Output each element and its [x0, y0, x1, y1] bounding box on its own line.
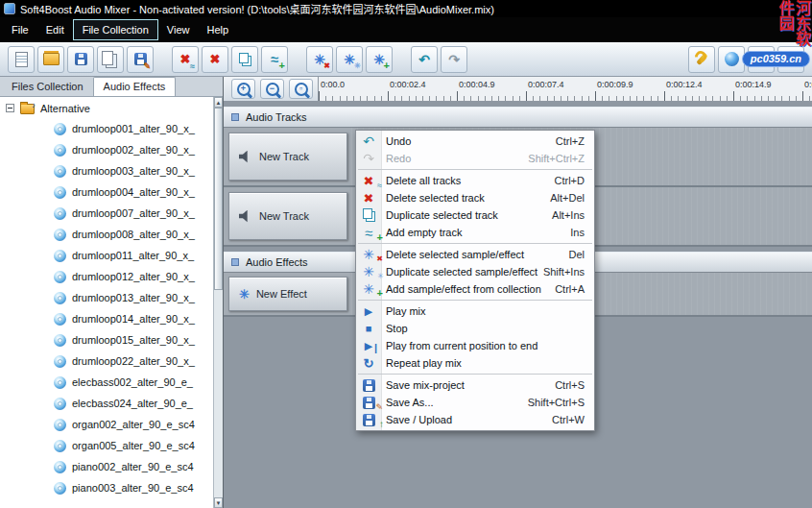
menu-item[interactable]: Play from current position to end [356, 337, 594, 354]
new-track-label: New Track [259, 210, 309, 222]
menu-item[interactable]: Play mix [356, 302, 594, 320]
file-item[interactable]: organ002_alter_90_e_sc4 [0, 414, 213, 435]
save-as-icon [356, 397, 381, 409]
audio-device-icon [723, 51, 740, 68]
redo-icon [445, 51, 463, 68]
menu-item[interactable]: Edit [37, 20, 73, 39]
time-label: 0:00.0 [319, 77, 388, 101]
menu-item[interactable]: Save / Upload Ctrl+W [356, 411, 594, 428]
audio-file-icon [54, 419, 66, 431]
file-item[interactable]: piano002_alter_90_e_sc4 [0, 456, 213, 477]
toolbar-button[interactable] [127, 46, 154, 73]
menu-item[interactable]: Delete selected sample/effect Del [356, 246, 594, 263]
toolbar-button[interactable] [231, 46, 258, 73]
menu-item-shortcut: Ctrl+Z [556, 135, 594, 147]
scrollbar-thumb[interactable] [214, 108, 223, 290]
menu-item[interactable]: Delete selected track Alt+Del [356, 189, 594, 206]
audio-file-icon [54, 207, 66, 220]
about-icon [782, 51, 800, 68]
menu-item[interactable]: Save mix-project Ctrl+S [356, 376, 594, 394]
file-name: drumloop013_alter_90_x_ [72, 292, 195, 303]
toolbar-button[interactable] [336, 46, 363, 73]
scroll-down-icon[interactable]: ▼ [214, 497, 223, 508]
file-item[interactable]: drumloop003_alter_90_x_ [0, 160, 213, 181]
file-item[interactable]: drumloop007_alter_90_x_ [0, 203, 213, 224]
new-effect-button[interactable]: ✳ New Effect [228, 277, 347, 311]
file-item[interactable]: drumloop011_alter_90_x_ [0, 245, 213, 266]
file-item[interactable]: elecbass002_alter_90_e_ [0, 372, 213, 393]
file-item[interactable]: drumloop004_alter_90_x_ [0, 181, 213, 203]
undo-icon [416, 51, 433, 68]
duplicate-selected-track-icon [236, 51, 253, 68]
file-item[interactable]: drumloop001_alter_90_x_ [0, 118, 213, 139]
file-item[interactable]: organ005_alter_90_e_sc4 [0, 435, 213, 456]
toolbar-button[interactable] [441, 46, 467, 73]
toolbar-button[interactable] [172, 46, 199, 73]
zoom-button[interactable] [260, 79, 284, 99]
menu-item[interactable]: File Collection [73, 19, 158, 40]
menu-item[interactable]: Save As... Shift+Ctrl+S [356, 394, 594, 411]
tree-root-row[interactable]: Alternative [0, 97, 213, 118]
file-item[interactable]: drumloop002_alter_90_x_ [0, 139, 213, 160]
file-item[interactable]: drumloop014_alter_90_x_ [0, 308, 213, 329]
toolbar-button[interactable] [202, 46, 228, 73]
menu-item[interactable]: Help [198, 20, 237, 39]
toolbar-button[interactable] [777, 46, 804, 73]
menu-item[interactable]: Redo Shift+Ctrl+Z [356, 150, 594, 167]
open-mix-icon [42, 51, 60, 68]
app-window: Soft4Boost Audio Mixer - Non-activated v… [0, 0, 812, 508]
save-upload-icon [356, 414, 381, 426]
new-track-button[interactable]: New Track [228, 133, 347, 181]
timeline-ruler[interactable]: 0:00.00:00:02.40:00:04.90:00:07.40:00:09… [318, 77, 812, 101]
menu-item[interactable]: Repeat play mix [356, 354, 594, 372]
zoom-button[interactable] [231, 79, 255, 99]
toolbar-button[interactable] [8, 46, 35, 73]
file-item[interactable]: drumloop015_alter_90_x_ [0, 329, 213, 351]
toolbar-button[interactable] [411, 46, 438, 73]
tab-audio-effects[interactable]: Audio Effects [93, 77, 177, 96]
menu-item[interactable]: Add sample/effect from collection Ctrl+A [356, 280, 594, 298]
menu-item-shortcut: Ctrl+S [555, 379, 594, 391]
delete-selected-track-icon [206, 51, 224, 68]
file-item[interactable]: drumloop022_alter_90_x_ [0, 351, 213, 372]
toolbar-button[interactable] [67, 46, 94, 73]
menu-item-shortcut: Ctrl+W [552, 414, 594, 425]
menu-item[interactable]: View [158, 20, 199, 39]
toolbar-button[interactable] [366, 46, 393, 73]
scroll-up-icon[interactable]: ▲ [214, 97, 223, 108]
context-menu: Undo Ctrl+Z Redo Shift+Ctrl+Z Delete all… [355, 130, 595, 431]
menu-item[interactable]: Add empty track Ins [356, 224, 594, 241]
zoom-button[interactable] [289, 79, 313, 99]
file-name: drumloop015_alter_90_x_ [72, 334, 195, 346]
toolbar-button[interactable] [748, 46, 775, 73]
files-collection-icon [102, 51, 119, 68]
toolbar-button[interactable] [306, 46, 333, 73]
menu-item-label: Repeat play mix [381, 357, 585, 369]
speaker-icon [239, 210, 252, 223]
toolbar-button[interactable] [261, 46, 288, 73]
file-list-scrollbar[interactable]: ▲ ▼ [213, 97, 223, 508]
menu-item[interactable]: Undo Ctrl+Z [356, 133, 594, 150]
audio-file-icon [54, 482, 66, 495]
file-item[interactable]: elecbass024_alter_90_e_ [0, 393, 213, 414]
tab-files-collection[interactable]: Files Collection [2, 78, 93, 96]
toolbar-button[interactable] [718, 46, 745, 73]
file-item[interactable]: drumloop008_alter_90_x_ [0, 224, 213, 245]
file-item[interactable]: drumloop013_alter_90_x_ [0, 287, 213, 308]
menu-item-shortcut: Shift+Ctrl+Z [528, 153, 594, 164]
menu-item[interactable]: Duplicate selected sample/effect Shift+I… [356, 263, 594, 280]
new-track-button[interactable]: New Track [228, 192, 347, 240]
toolbar-button[interactable] [37, 46, 64, 73]
menu-item[interactable]: Stop [356, 320, 594, 337]
file-name: organ002_alter_90_e_sc4 [72, 419, 195, 430]
menu-item[interactable]: Delete all tracks Ctrl+D [356, 172, 594, 189]
menu-item[interactable]: Duplicate selected track Alt+Ins [356, 206, 594, 224]
file-item[interactable]: piano003_alter_90_e_sc4 [0, 477, 213, 498]
menu-item[interactable]: File [3, 20, 37, 39]
file-item[interactable]: drumloop012_alter_90_x_ [0, 266, 213, 287]
collapse-toggle-icon[interactable] [6, 104, 14, 112]
toolbar-button[interactable] [97, 46, 124, 73]
files-collection-panel: Files Collection Audio Effects Alternati… [0, 77, 224, 508]
menu-item-label: Duplicate selected sample/effect [381, 266, 543, 278]
toolbar-button[interactable] [688, 46, 715, 73]
